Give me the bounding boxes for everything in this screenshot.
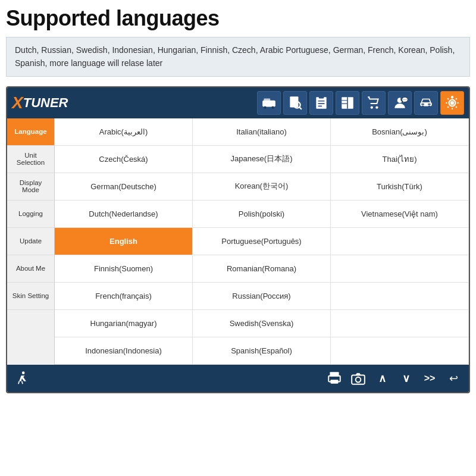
down-icon[interactable]: ∨ xyxy=(395,368,416,389)
subtitle-box: Dutch, Russian, Swedish, Indonesian, Hun… xyxy=(6,37,470,77)
bottom-icons-right: ∧ ∨ >> ↩ xyxy=(324,368,464,389)
lang-cell[interactable]: Italian(italiano) xyxy=(193,118,331,146)
lang-cell[interactable]: Russian(Россия) xyxy=(193,283,331,310)
back-icon[interactable]: ↩ xyxy=(443,368,464,389)
language-grid: Arabic(العربية)Italian(italiano)Bosnian(… xyxy=(55,118,469,365)
svg-point-29 xyxy=(22,371,25,374)
svg-text:💬: 💬 xyxy=(402,96,408,104)
sidebar-item-logging[interactable]: Logging xyxy=(7,201,54,228)
toolbar-icons: 💬 xyxy=(257,91,464,115)
lang-cell[interactable]: Thai(ไทย) xyxy=(331,146,469,173)
lang-cell[interactable]: Korean(한국어) xyxy=(193,173,331,201)
lang-cell[interactable]: Spanish(Español) xyxy=(193,337,331,365)
svg-rect-8 xyxy=(319,96,324,98)
logo: X TUNER xyxy=(12,93,68,112)
sidebar-item-update[interactable]: Update xyxy=(7,228,54,255)
svg-point-35 xyxy=(356,377,361,383)
logo-tuner: TUNER xyxy=(23,95,68,111)
lang-cell[interactable]: German(Deutsche) xyxy=(55,173,193,201)
svg-point-22 xyxy=(421,105,424,108)
clipboard-icon[interactable] xyxy=(309,91,333,115)
page-title: Supported languages xyxy=(6,6,470,31)
search-doc-icon[interactable] xyxy=(283,91,307,115)
sidebar-item-skin-setting[interactable]: Skin Setting xyxy=(7,283,54,310)
run-icon[interactable] xyxy=(12,368,33,389)
svg-rect-25 xyxy=(428,104,430,105)
svg-rect-7 xyxy=(316,97,326,109)
svg-point-23 xyxy=(428,105,430,108)
svg-point-2 xyxy=(264,106,266,108)
svg-point-28 xyxy=(451,102,453,104)
lang-cell[interactable]: Romanian(Romana) xyxy=(193,255,331,283)
svg-rect-33 xyxy=(331,378,333,379)
camera-icon[interactable] xyxy=(347,368,369,389)
lang-cell[interactable]: Polish(polski) xyxy=(193,201,331,228)
print-icon[interactable] xyxy=(324,368,345,389)
lang-cell xyxy=(331,337,469,365)
lang-cell xyxy=(331,283,469,310)
lang-cell[interactable]: Turkish(Türk) xyxy=(331,173,469,201)
svg-rect-1 xyxy=(264,98,270,101)
lang-cell[interactable]: Czech(Česká) xyxy=(55,146,193,173)
lang-cell[interactable]: Vietnamese(Việt nam) xyxy=(331,201,469,228)
lang-cell[interactable]: Indonesian(Indonesia) xyxy=(55,337,193,365)
lang-cell[interactable]: Finnish(Suomen) xyxy=(55,255,193,283)
lang-cell xyxy=(331,255,469,283)
app-container: X TUNER xyxy=(6,86,470,393)
car-icon[interactable] xyxy=(414,91,438,115)
svg-rect-32 xyxy=(331,380,339,384)
bottom-left xyxy=(12,368,33,389)
vehicle-icon[interactable] xyxy=(257,91,281,115)
svg-point-16 xyxy=(371,106,373,108)
lang-cell[interactable]: French(français) xyxy=(55,283,193,310)
lang-cell[interactable]: Bosnian(بوسنی) xyxy=(331,118,469,146)
lang-cell xyxy=(331,228,469,255)
toolbar: X TUNER xyxy=(7,87,469,118)
svg-point-3 xyxy=(271,106,274,108)
lang-cell[interactable]: English xyxy=(55,228,193,255)
sidebar-item-about-me[interactable]: About Me xyxy=(7,255,54,283)
svg-point-17 xyxy=(375,106,378,108)
lang-cell[interactable]: Dutch(Nederlandse) xyxy=(55,201,193,228)
lang-cell[interactable]: Portuguese(Português) xyxy=(193,228,331,255)
lang-cell[interactable]: Arabic(العربية) xyxy=(55,118,193,146)
settings-icon[interactable] xyxy=(440,91,464,115)
content-area: Language Unit Selection Display Mode Log… xyxy=(7,118,469,365)
lang-cell[interactable]: Japanese(日本語) xyxy=(193,146,331,173)
up-icon[interactable]: ∧ xyxy=(371,368,393,389)
sidebar-item-unit-selection[interactable]: Unit Selection xyxy=(7,146,54,173)
user-icon[interactable]: 💬 xyxy=(388,91,412,115)
svg-line-6 xyxy=(300,107,302,109)
lang-cell[interactable]: Hungarian(magyar) xyxy=(55,310,193,337)
svg-rect-24 xyxy=(421,104,424,105)
lang-cell xyxy=(331,310,469,337)
logo-x: X xyxy=(12,93,23,112)
sidebar-item-display-mode[interactable]: Display Mode xyxy=(7,173,54,201)
bottom-bar: ∧ ∨ >> ↩ xyxy=(7,365,469,392)
book-icon[interactable] xyxy=(336,91,359,115)
sidebar-item-language[interactable]: Language xyxy=(7,118,54,146)
lang-cell[interactable]: Swedish(Svenska) xyxy=(193,310,331,337)
cart-icon[interactable] xyxy=(362,91,386,115)
sidebar: Language Unit Selection Display Mode Log… xyxy=(7,118,55,365)
forward-icon[interactable]: >> xyxy=(419,368,440,389)
